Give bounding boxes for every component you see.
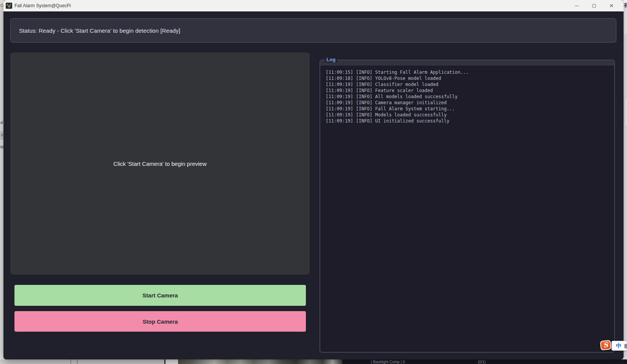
- background-window-bottom-strip: | Backlight Comp | 0 (0/1): [0, 359, 627, 364]
- log-entry: [11:09:19] [INFO] Classifier model loade…: [326, 81, 609, 87]
- log-entry: [11:09:19] [INFO] UI initialized success…: [326, 118, 609, 124]
- background-divider: [77, 359, 78, 364]
- window-content: Status: Ready - Click 'Start Camera' to …: [3, 11, 624, 359]
- background-text-fragment: d: [0, 120, 3, 125]
- desktop-screen: d .r ts 有 | Backlight Comp | 0 (0/1) Fal…: [0, 0, 627, 364]
- ime-clipped-icon: [624, 344, 627, 348]
- minimize-button[interactable]: [570, 0, 583, 11]
- log-entry: [11:09:19] [INFO] Fall Alarm System star…: [326, 106, 609, 112]
- app-icon: [6, 3, 12, 9]
- stop-camera-button[interactable]: Stop Camera: [14, 311, 306, 332]
- titlebar[interactable]: Fall Alarm System@QuecPi ✕: [3, 0, 624, 11]
- background-pane-fragment: [0, 359, 164, 364]
- preview-placeholder-text: Click 'Start Camera' to begin preview: [113, 161, 207, 167]
- log-entry: [11:09:19] [INFO] All models loaded succ…: [326, 94, 609, 100]
- background-chinese-char: 有: [624, 2, 627, 9]
- background-divider: [70, 359, 71, 364]
- log-group-title: Log: [325, 57, 337, 62]
- ime-language-panel[interactable]: 中: [611, 341, 627, 351]
- page-indicator-label: (0/1): [478, 360, 486, 364]
- start-camera-button[interactable]: Start Camera: [14, 285, 306, 306]
- background-text-fragment: .r: [0, 132, 3, 137]
- minimize-icon: [575, 6, 579, 6]
- log-entry: [11:09:15] [INFO] Starting Fall Alarm Ap…: [326, 69, 609, 75]
- background-camera-frame-fragment: [178, 359, 342, 364]
- ime-chinese-mode-icon[interactable]: 中: [616, 342, 622, 350]
- ime-toolbar[interactable]: 中 S: [600, 339, 627, 351]
- log-entry: [11:09:19] [INFO] Camera manager initial…: [326, 100, 609, 106]
- maximize-button[interactable]: [587, 0, 600, 11]
- close-icon: ✕: [609, 3, 614, 9]
- backlight-comp-label: | Backlight Comp | 0: [371, 360, 405, 364]
- log-textarea[interactable]: [11:09:15] [INFO] Starting Fall Alarm Ap…: [320, 65, 614, 352]
- log-entry: [11:09:18] [INFO] YOLOv8-Pose model load…: [326, 75, 609, 81]
- log-entry: [11:09:19] [INFO] Feature scaler loaded: [326, 87, 609, 94]
- log-entry: [11:09:19] [INFO] Models loaded successf…: [326, 112, 609, 118]
- background-panel-fragment: [624, 97, 627, 127]
- background-pane-fragment: [164, 359, 178, 364]
- background-settings-panel-fragment: | Backlight Comp | 0 (0/1): [342, 359, 627, 364]
- status-bar: Status: Ready - Click 'Start Camera' to …: [10, 18, 616, 43]
- maximize-icon: [592, 4, 596, 8]
- fall-alarm-window: Fall Alarm System@QuecPi ✕ Status: Ready…: [3, 0, 624, 359]
- close-button[interactable]: ✕: [605, 0, 618, 11]
- camera-preview-panel: Click 'Start Camera' to begin preview: [10, 52, 310, 275]
- sogou-logo-icon[interactable]: S: [600, 340, 611, 351]
- window-title: Fall Alarm System@QuecPi: [14, 3, 71, 8]
- background-window-right-sliver: 有: [623, 0, 627, 364]
- status-text: Status: Ready - Click 'Start Camera' to …: [19, 27, 180, 34]
- sogou-logo-letter: S: [603, 342, 608, 348]
- background-icon-fragment: [0, 4, 3, 7]
- log-groupbox: Log [11:09:15] [INFO] Starting Fall Alar…: [320, 60, 615, 353]
